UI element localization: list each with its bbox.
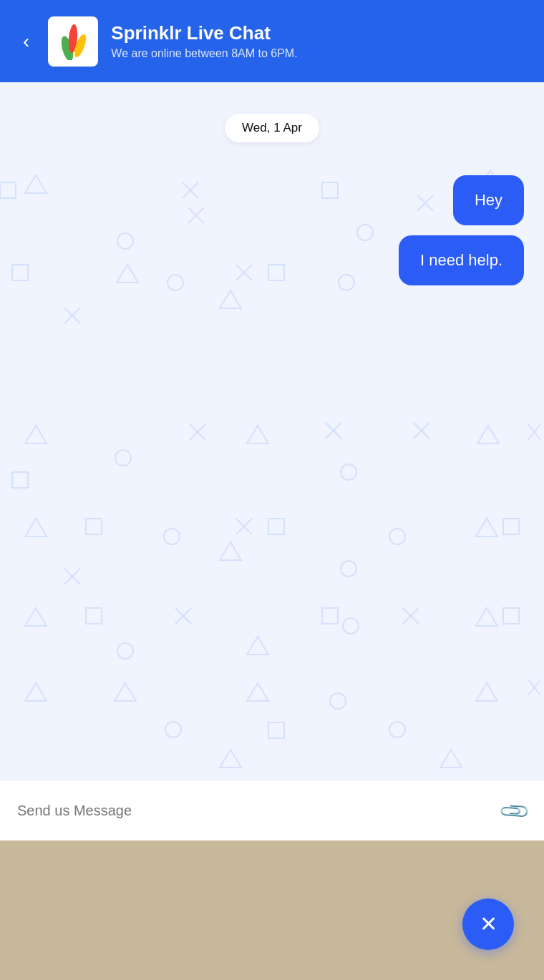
background-surface xyxy=(0,841,544,980)
chat-header: ‹ Sprinklr Live Chat We are online betwe… xyxy=(0,0,544,82)
chat-area: .ps { fill: none; stroke: #5B8DEF; strok… xyxy=(0,82,544,873)
message-bubble-help: I need help. xyxy=(399,235,524,285)
message-bubble-hey: Hey xyxy=(453,175,524,225)
close-icon: ✕ xyxy=(480,913,497,935)
chat-subtitle: We are online between 8AM to 6PM. xyxy=(111,47,297,60)
attach-icon[interactable]: 📎 xyxy=(497,793,531,828)
close-button[interactable]: ✕ xyxy=(462,898,514,950)
messages-container: Hey I need help. xyxy=(0,82,544,873)
header-text-group: Sprinklr Live Chat We are online between… xyxy=(111,22,297,60)
message-input-area[interactable]: 📎 xyxy=(0,780,544,841)
brand-logo xyxy=(48,16,98,67)
back-button[interactable]: ‹ xyxy=(17,29,35,54)
message-input[interactable] xyxy=(17,803,493,819)
chat-title: Sprinklr Live Chat xyxy=(111,22,297,44)
